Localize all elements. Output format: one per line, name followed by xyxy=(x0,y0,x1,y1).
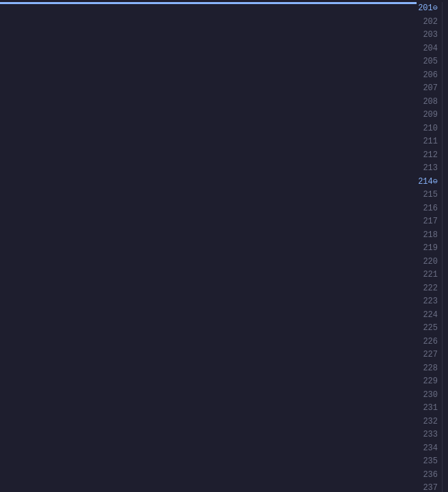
line-number: 226 xyxy=(417,336,438,349)
line-number: 227 xyxy=(417,348,438,362)
code-editor: 201⊖202203204205206207208209210211212213… xyxy=(0,0,448,492)
line-number: 218 xyxy=(417,229,438,243)
line-number: 217 xyxy=(417,215,438,229)
line-number: 204 xyxy=(417,42,438,56)
line-number: 225 xyxy=(417,322,438,336)
line-number: 234 xyxy=(417,442,438,456)
line-number: 212 xyxy=(417,149,438,163)
line-number: 237 xyxy=(417,482,438,492)
line-number: 211 xyxy=(417,135,438,149)
line-number: 202 xyxy=(417,16,438,29)
line-number: 229 xyxy=(417,375,438,389)
line-number: 236 xyxy=(417,469,438,482)
line-number: 213 xyxy=(417,162,438,176)
line-number: 232 xyxy=(417,415,438,429)
line-number: 210 xyxy=(417,122,438,136)
line-number: 231 xyxy=(417,402,438,415)
line-number[interactable]: 201⊖ xyxy=(417,2,438,16)
line-number: 233 xyxy=(417,428,438,442)
line-number: 209 xyxy=(417,109,438,122)
line-number: 220 xyxy=(417,256,438,269)
line-number: 207 xyxy=(417,82,438,96)
line-number: 222 xyxy=(417,282,438,296)
line-number: 223 xyxy=(417,295,438,309)
line-number: 216 xyxy=(417,202,438,216)
line-number: 215 xyxy=(417,189,438,202)
line-number: 228 xyxy=(417,362,438,376)
line-number: 219 xyxy=(417,242,438,256)
line-number: 205 xyxy=(417,55,438,69)
line-number: 221 xyxy=(417,269,438,282)
line-number: 206 xyxy=(417,69,438,83)
line-number: 208 xyxy=(417,96,438,109)
line-number: 230 xyxy=(417,389,438,402)
line-number[interactable]: 214⊖ xyxy=(417,176,438,189)
code-content: private AVLNode RRBalance(AVLNode nd) { … xyxy=(443,2,448,492)
line-number: 235 xyxy=(417,455,438,469)
line-number: 203 xyxy=(417,29,438,42)
line-numbers: 201⊖202203204205206207208209210211212213… xyxy=(417,2,443,492)
top-bar xyxy=(0,2,417,4)
line-number: 224 xyxy=(417,309,438,323)
